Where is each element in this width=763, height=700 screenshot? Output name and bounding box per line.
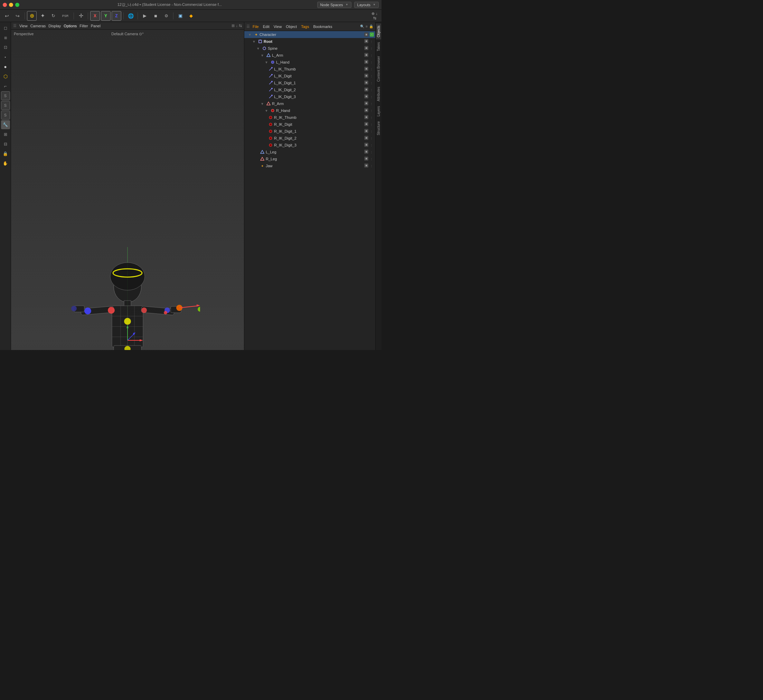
play-forward[interactable]: ▶ <box>140 11 150 21</box>
obj-bookmarks-menu[interactable]: Bookmarks <box>312 25 333 29</box>
display-menu[interactable]: Display <box>48 24 61 28</box>
character-expand-icon: ▼ <box>247 32 253 38</box>
obj-edit-menu[interactable]: Edit <box>261 25 271 29</box>
svg-point-24 <box>124 318 131 325</box>
tree-controls-l-ik-digit-1: ▣ ⋮ <box>364 81 374 85</box>
svg-point-76 <box>269 144 272 147</box>
cube-icon[interactable]: ▪ <box>1 53 10 61</box>
obj-lock-icon[interactable]: 🔒 <box>369 25 373 28</box>
rotate-tool[interactable]: ↻ <box>48 11 58 21</box>
r-arm-label: R_Arm <box>272 102 364 106</box>
move-tool[interactable]: ⊕ <box>27 11 37 21</box>
tree-item-r-leg[interactable]: R_Leg ▣ ⋮ <box>244 155 375 162</box>
obj-filter-icon[interactable]: ≡ <box>366 25 368 28</box>
sphere-icon[interactable]: ● <box>1 62 10 71</box>
tree-item-character[interactable]: ▼ ✦ Character ▣ ✓ <box>244 31 375 38</box>
character-viewport <box>55 247 200 350</box>
close-button[interactable] <box>3 3 7 7</box>
tree-item-r-ik-digit-2[interactable]: R_IK_Digit_2 ▣ ⋮ <box>244 135 375 142</box>
character-label: Character <box>260 33 364 37</box>
tree-item-l-leg[interactable]: L_Leg ▣ ⋮ <box>244 148 375 155</box>
viewport-canvas[interactable]: Perspective Default Camera ⊙° <box>11 30 244 350</box>
psr-label[interactable]: PSR <box>59 11 72 21</box>
r-hand-tag: ▣ <box>364 108 368 112</box>
checkerboard-icon[interactable]: ⊞ <box>1 33 10 42</box>
grid2-icon[interactable]: ⊟ <box>1 140 10 148</box>
view-menu[interactable]: View <box>19 24 28 28</box>
tree-item-l-ik-digit-2[interactable]: L_IK_Digit_2 ▣ ⋮ <box>244 86 375 93</box>
obj-object-menu[interactable]: Object <box>285 25 298 29</box>
viewport-layout-icons: ⊞ ↓ ⇆ <box>231 23 242 28</box>
tab-structure[interactable]: Structure <box>376 119 381 138</box>
tree-item-r-ik-thumb[interactable]: R_IK_Thumb ▣ ⋮ <box>244 114 375 121</box>
lock-icon[interactable]: 🔒 <box>1 149 10 158</box>
tab-content-browser[interactable]: Content Browser <box>376 54 381 84</box>
obj-tags-menu[interactable]: Tags <box>300 25 310 29</box>
viewport[interactable]: ☰ View Cameras Display Options Filter Pa… <box>11 22 244 350</box>
tab-takes[interactable]: Takes <box>376 40 381 53</box>
settings[interactable]: ⚙ <box>161 11 171 21</box>
obj-hamburger[interactable]: ☰ <box>246 24 250 29</box>
magnet-icon[interactable]: 🔧 <box>1 120 10 129</box>
s3-tool-icon[interactable]: S <box>1 111 10 120</box>
axis-z[interactable]: Z <box>112 11 121 21</box>
tree-item-l-ik-digit-3[interactable]: L_IK_Digit_3 ▣ ⋮ <box>244 93 375 100</box>
l-leg-tag: ▣ <box>364 150 368 154</box>
tree-item-l-ik-digit-1[interactable]: L_IK_Digit_1 ▣ ⋮ <box>244 80 375 86</box>
maximize-button[interactable] <box>15 3 19 7</box>
tree-item-r-hand[interactable]: ▼ R_Hand ▣ ⋮ <box>244 107 375 114</box>
cameras-menu[interactable]: Cameras <box>30 24 46 28</box>
axis-x[interactable]: X <box>90 11 100 21</box>
select-tool-icon[interactable]: ◻ <box>1 23 10 33</box>
l-ik-thumb-label: L_IK_Thumb <box>274 67 364 71</box>
viewport-right-controls[interactable]: ⊕ ↓ ⇆ <box>370 11 380 21</box>
scale-tool[interactable]: ✦ <box>38 11 47 21</box>
node-spaces-dropdown[interactable]: Node Spaces ▼ <box>317 2 352 8</box>
light-icon[interactable]: ⬡ <box>1 72 10 81</box>
obj-search-icon[interactable]: 🔍 <box>360 25 364 28</box>
r-ik-digit-2-tag: ▣ <box>364 136 368 140</box>
tree-item-r-ik-digit[interactable]: R_IK_Digit ▣ ⋮ <box>244 121 375 128</box>
s-tool-icon[interactable]: S <box>1 91 10 100</box>
add-object[interactable]: ✛ <box>76 11 86 21</box>
tree-item-jaw[interactable]: ✦ Jaw ▣ ⋮ <box>244 162 375 169</box>
layouts-dropdown[interactable]: Layouts ▼ <box>354 2 379 8</box>
panel-menu[interactable]: Panel <box>91 24 100 28</box>
hand-icon[interactable]: ✋ <box>1 159 10 168</box>
tree-item-root[interactable]: ▼ Root ▣ ⋮ <box>244 38 375 45</box>
tree-controls-r-leg: ▣ ⋮ <box>364 156 374 161</box>
tree-item-l-ik-digit[interactable]: L_IK_Digit ▣ ⋮ <box>244 73 375 80</box>
display-cube[interactable]: ▣ <box>175 11 185 21</box>
tree-item-r-ik-digit-3[interactable]: R_IK_Digit_3 ▣ ⋮ <box>244 142 375 148</box>
tree-item-l-ik-thumb[interactable]: L_IK_Thumb ▣ ⋮ <box>244 66 375 73</box>
tree-item-l-hand[interactable]: ▼ L_Hand ▣ ⋮ <box>244 59 375 66</box>
options-menu[interactable]: Options <box>64 24 77 28</box>
object-move-icon[interactable]: ⊡ <box>1 43 10 52</box>
r-ik-digit-3-icon <box>268 142 274 148</box>
tree-item-spine[interactable]: ▼ Spine ▣ ⋮ <box>244 45 375 52</box>
display-mode[interactable]: ◆ <box>186 11 196 21</box>
redo-button[interactable]: ↪ <box>13 11 22 21</box>
hamburger-icon[interactable]: ☰ <box>13 23 17 28</box>
jaw-icon: ✦ <box>260 163 265 169</box>
axis-y[interactable]: Y <box>101 11 111 21</box>
root-vis: ⋮ <box>369 39 374 44</box>
filter-menu[interactable]: Filter <box>80 24 88 28</box>
grid-icon[interactable]: ⊞ <box>1 130 10 139</box>
svg-point-65 <box>271 81 273 82</box>
r-leg-vis: ⋮ <box>369 156 374 161</box>
tree-item-r-arm[interactable]: ▼ R_Arm ▣ ⋮ <box>244 100 375 107</box>
s2-tool-icon[interactable]: S <box>1 101 10 110</box>
undo-button[interactable]: ↩ <box>2 11 12 21</box>
obj-file-menu[interactable]: File <box>251 25 260 29</box>
tree-item-l-arm[interactable]: ▼ L_Arm ▣ ⋮ <box>244 52 375 59</box>
tab-attributes[interactable]: Attributes <box>376 84 381 103</box>
tab-objects[interactable]: Objects <box>376 23 381 39</box>
tab-layers[interactable]: Layers <box>376 104 381 119</box>
tree-item-r-ik-digit-1[interactable]: R_IK_Digit_1 ▣ ⋮ <box>244 128 375 135</box>
world-space[interactable]: 🌐 <box>126 11 136 21</box>
stop[interactable]: ⏹ <box>151 11 160 21</box>
minimize-button[interactable] <box>9 3 13 7</box>
corner-icon[interactable]: ⌐ <box>1 81 10 91</box>
obj-view-menu[interactable]: View <box>272 25 283 29</box>
